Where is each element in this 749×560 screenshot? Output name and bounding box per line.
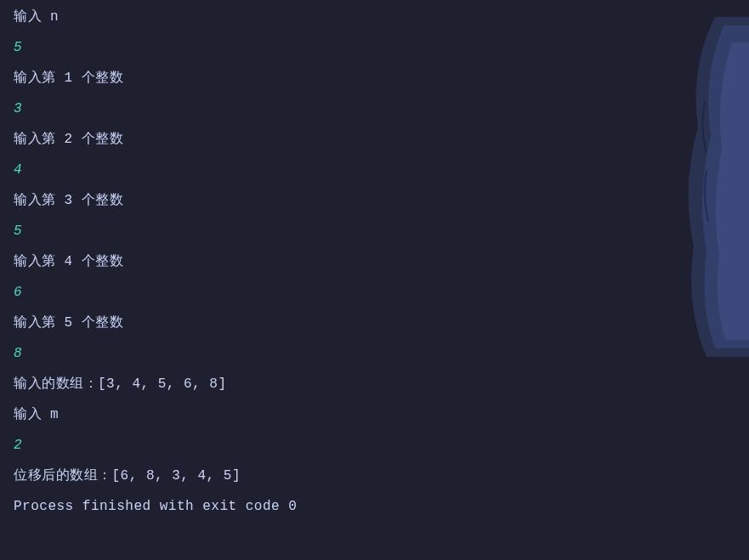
output-line: 位移后的数组：[6, 8, 3, 4, 5] [14, 466, 735, 486]
output-line: 输入的数组：[3, 4, 5, 6, 8] [14, 374, 735, 394]
output-line: 输入 n [14, 7, 735, 27]
output-line: 输入第 4 个整数 [14, 252, 735, 272]
console-output: 输入 n 5 输入第 1 个整数 3 输入第 2 个整数 4 输入第 3 个整数… [0, 0, 749, 534]
input-line: 8 [14, 343, 735, 364]
output-line: 输入第 3 个整数 [14, 190, 735, 211]
exit-line: Process finished with exit code 0 [14, 496, 735, 517]
output-line: 输入第 2 个整数 [14, 129, 735, 150]
input-line: 5 [14, 37, 735, 58]
output-line: 输入第 5 个整数 [14, 313, 735, 333]
input-line: 4 [14, 160, 735, 180]
input-line: 3 [14, 99, 735, 119]
input-line: 6 [14, 282, 735, 303]
input-line: 2 [14, 435, 735, 455]
output-line: 输入第 1 个整数 [14, 68, 735, 88]
input-line: 5 [14, 221, 735, 241]
output-line: 输入 m [14, 404, 735, 425]
